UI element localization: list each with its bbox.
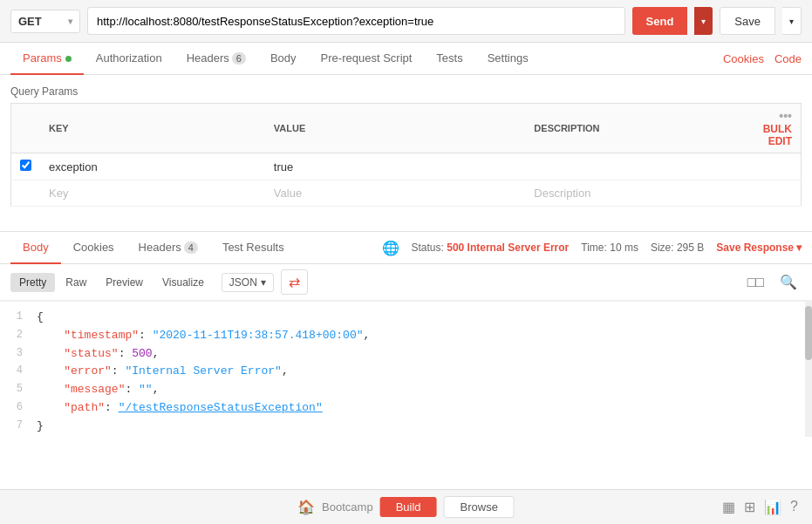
- table-row: exception true: [11, 153, 802, 180]
- response-tab-test-results[interactable]: Test Results: [210, 232, 297, 264]
- preview-button[interactable]: Preview: [97, 273, 152, 292]
- wrap-button[interactable]: ⇄: [281, 269, 308, 295]
- bootcamp-label: Bootcamp: [322, 500, 373, 514]
- status-value: 500 Internal Server Error: [447, 242, 569, 254]
- value-cell[interactable]: true: [265, 153, 526, 180]
- json-line-2: 2 "timestamp": "2020-11-11T19:38:57.418+…: [10, 327, 812, 345]
- response-tab-body[interactable]: Body: [10, 232, 61, 264]
- raw-button[interactable]: Raw: [57, 273, 95, 292]
- response-tab-headers[interactable]: Headers4: [126, 232, 210, 264]
- chevron-down-icon: ▾: [261, 276, 266, 289]
- row-checkbox-cell: [11, 153, 41, 180]
- check-header: [11, 104, 41, 153]
- tab-authorization[interactable]: Authorization: [84, 43, 174, 75]
- response-section: Body Cookies Headers4 Test Results 🌐 Sta…: [0, 231, 812, 437]
- tab-settings[interactable]: Settings: [475, 43, 541, 75]
- bottom-right: ▦ ⊞ 📊 ?: [722, 499, 798, 515]
- desc-placeholder[interactable]: Description: [525, 180, 751, 207]
- save-button[interactable]: Save: [720, 7, 775, 35]
- response-tab-cookies[interactable]: Cookies: [61, 232, 126, 264]
- tab-prerequest[interactable]: Pre-request Script: [309, 43, 425, 75]
- response-meta: 🌐 Status: 500 Internal Server Error Time…: [382, 240, 802, 256]
- save-dropdown-button[interactable]: ▾: [782, 7, 802, 35]
- build-button[interactable]: Build: [380, 497, 437, 517]
- actions-header: ••• Bulk Edit: [752, 104, 802, 153]
- value-placeholder[interactable]: Value: [265, 180, 526, 207]
- send-button[interactable]: Send: [632, 7, 688, 35]
- json-scrollbar-thumb[interactable]: [805, 306, 812, 360]
- description-header: DESCRIPTION: [525, 104, 751, 153]
- tab-params[interactable]: Params: [10, 43, 84, 75]
- layout-icon[interactable]: ▦: [722, 499, 735, 515]
- json-line-6: 6 "path": "/testResponseStatusException": [10, 399, 812, 418]
- bottom-bar: 🏠 Bootcamp Build Browse ▦ ⊞ 📊 ?: [0, 489, 812, 524]
- method-label: GET: [18, 15, 42, 28]
- pretty-button[interactable]: Pretty: [10, 273, 55, 292]
- params-table: KEY VALUE DESCRIPTION ••• Bulk Edit exce…: [10, 103, 802, 207]
- status-label: Status: 500 Internal Server Error: [412, 242, 570, 254]
- help-icon[interactable]: ?: [790, 499, 798, 515]
- bottom-center: 🏠 Bootcamp Build Browse: [297, 496, 515, 518]
- chevron-down-icon: ▾: [68, 17, 72, 26]
- method-select[interactable]: GET ▾: [10, 10, 80, 33]
- toolbar-actions: □□ 🔍: [743, 272, 802, 292]
- path-link[interactable]: "/testResponseStatusException": [119, 401, 323, 414]
- format-select[interactable]: JSON ▾: [222, 273, 274, 292]
- json-line-1: 1 {: [10, 309, 812, 327]
- headers-badge: 6: [232, 52, 246, 65]
- json-wrapper: 1 { 2 "timestamp": "2020-11-11T19:38:57.…: [0, 301, 812, 437]
- tab-tests[interactable]: Tests: [424, 43, 474, 75]
- desc-cell[interactable]: [525, 153, 751, 180]
- json-line-5: 5 "message": "",: [10, 381, 812, 399]
- browse-button[interactable]: Browse: [444, 496, 515, 518]
- json-scrollbar[interactable]: [805, 302, 812, 437]
- cookies-link[interactable]: Cookies: [723, 52, 764, 65]
- tabs-right: Cookies Code: [723, 52, 802, 65]
- key-cell[interactable]: exception: [40, 153, 265, 180]
- top-bar: GET ▾ Send ▾ Save ▾: [0, 0, 812, 43]
- row-actions: [752, 153, 802, 180]
- placeholder-row: Key Value Description: [11, 180, 802, 207]
- ellipsis-icon[interactable]: •••: [779, 109, 792, 123]
- response-headers-badge: 4: [184, 242, 198, 254]
- value-header: VALUE: [265, 104, 526, 153]
- tab-body[interactable]: Body: [258, 43, 309, 75]
- query-params-title: Query Params: [10, 82, 802, 103]
- search-button[interactable]: 🔍: [775, 272, 802, 292]
- save-response-button[interactable]: Save Response ▾: [716, 242, 802, 254]
- size-label: Size: 295 B: [651, 242, 704, 254]
- spacer: [0, 207, 812, 224]
- json-line-7: 7 }: [10, 418, 812, 436]
- table-icon[interactable]: ⊞: [744, 499, 755, 515]
- code-link[interactable]: Code: [774, 52, 802, 65]
- request-tabs: Params Authorization Headers6 Body Pre-r…: [0, 43, 812, 75]
- json-view: 1 { 2 "timestamp": "2020-11-11T19:38:57.…: [0, 302, 812, 437]
- json-line-3: 3 "status": 500,: [10, 345, 812, 364]
- time-label: Time: 10 ms: [581, 242, 638, 254]
- globe-icon: 🌐: [382, 240, 399, 256]
- url-input[interactable]: [87, 7, 625, 35]
- json-line-4: 4 "error": "Internal Server Error",: [10, 363, 812, 381]
- row-checkbox[interactable]: [20, 160, 31, 171]
- body-toolbar: Pretty Raw Preview Visualize JSON ▾ ⇄ □□…: [0, 264, 812, 301]
- key-header: KEY: [40, 104, 265, 153]
- visualize-button[interactable]: Visualize: [154, 273, 213, 292]
- chart-icon[interactable]: 📊: [764, 499, 781, 515]
- query-params-section: Query Params KEY VALUE DESCRIPTION ••• B…: [0, 75, 812, 207]
- bootcamp-icon: 🏠: [297, 499, 315, 515]
- send-dropdown-button[interactable]: ▾: [694, 7, 713, 35]
- bulk-edit-button[interactable]: Bulk Edit: [763, 123, 792, 147]
- key-placeholder[interactable]: Key: [40, 180, 265, 207]
- tab-headers[interactable]: Headers6: [174, 43, 258, 75]
- copy-button[interactable]: □□: [743, 272, 768, 292]
- response-tabs: Body Cookies Headers4 Test Results 🌐 Sta…: [0, 232, 812, 264]
- params-dot: [65, 56, 72, 62]
